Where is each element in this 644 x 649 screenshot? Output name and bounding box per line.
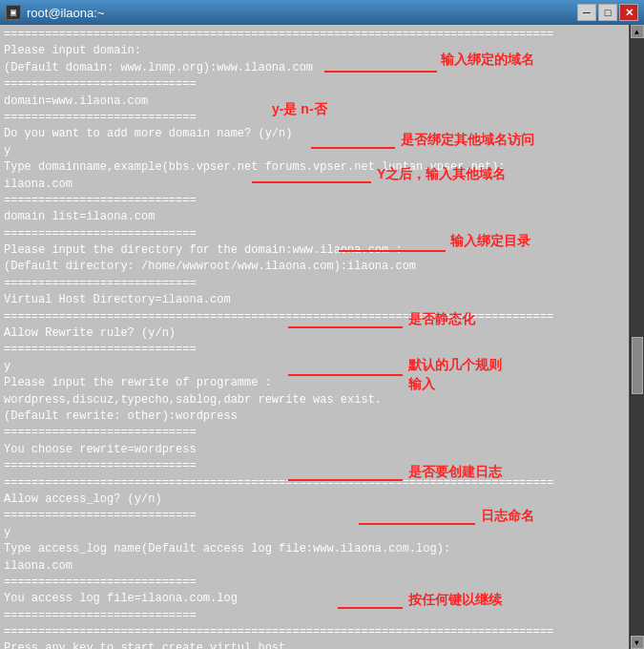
maximize-button[interactable]: □ <box>598 4 617 21</box>
scroll-down-button[interactable]: ▼ <box>631 636 644 649</box>
window-title: root@ilaona:~ <box>27 6 105 20</box>
titlebar-left: ▣ root@ilaona:~ <box>6 5 105 20</box>
titlebar: ▣ root@ilaona:~ ─ □ ✕ <box>0 0 644 25</box>
scroll-track[interactable] <box>631 38 644 636</box>
scrollbar[interactable]: ▲ ▼ <box>629 25 644 649</box>
main-area: ========================================… <box>0 25 644 649</box>
close-button[interactable]: ✕ <box>619 4 638 21</box>
terminal-output: ========================================… <box>4 27 625 649</box>
scroll-up-button[interactable]: ▲ <box>631 25 644 38</box>
terminal-content[interactable]: ========================================… <box>0 25 629 649</box>
window-controls: ─ □ ✕ <box>577 4 638 21</box>
minimize-button[interactable]: ─ <box>577 4 596 21</box>
terminal-window: ▣ root@ilaona:~ ─ □ ✕ ==================… <box>0 0 644 649</box>
window-icon: ▣ <box>6 5 21 20</box>
scroll-thumb[interactable] <box>632 337 643 394</box>
